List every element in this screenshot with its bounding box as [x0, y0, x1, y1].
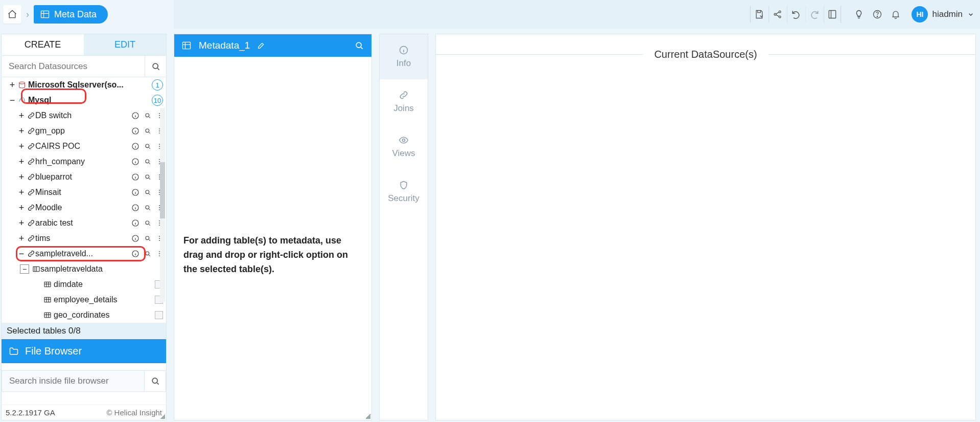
- brand-label: © Helical Insight: [107, 408, 162, 417]
- search-icon[interactable]: [144, 112, 152, 120]
- breadcrumb-metadata[interactable]: Meta Data: [34, 5, 108, 24]
- tab-views[interactable]: Views: [380, 124, 428, 169]
- table-row[interactable]: employee_details: [2, 292, 166, 307]
- search-icon[interactable]: [144, 188, 152, 196]
- expand-icon[interactable]: +: [16, 157, 27, 167]
- undo-icon[interactable]: [787, 6, 804, 23]
- info-icon[interactable]: [131, 142, 139, 150]
- save-icon[interactable]: [750, 6, 767, 23]
- info-icon[interactable]: [131, 158, 139, 166]
- selected-tables-label: Selected tables 0/8: [2, 323, 166, 339]
- edit-icon[interactable]: [257, 41, 265, 50]
- tree-scrollbar[interactable]: [160, 108, 165, 302]
- conn-row[interactable]: + gm_opp: [2, 123, 166, 139]
- table-label: geo_cordinates: [54, 310, 152, 320]
- tab-joins[interactable]: Joins: [380, 79, 428, 124]
- conn-row[interactable]: + arabic test: [2, 215, 166, 231]
- file-search-input[interactable]: [2, 371, 144, 391]
- info-icon[interactable]: [131, 173, 139, 181]
- info-icon[interactable]: [131, 250, 139, 258]
- help-icon[interactable]: [869, 6, 886, 23]
- tab-label: Views: [392, 148, 415, 159]
- link-icon: [27, 188, 35, 196]
- tab-label: Info: [396, 58, 411, 69]
- search-icon[interactable]: [144, 250, 152, 258]
- ds-row-mysql[interactable]: − Mysql 10: [2, 93, 166, 108]
- reference-icon[interactable]: [824, 6, 841, 23]
- table-checkbox[interactable]: [155, 311, 163, 319]
- collapse-icon[interactable]: −: [16, 249, 27, 259]
- info-icon[interactable]: [131, 204, 139, 212]
- search-icon[interactable]: [144, 371, 166, 391]
- schema-row[interactable]: − sampletraveldata: [2, 261, 166, 277]
- search-icon[interactable]: [354, 40, 364, 51]
- expand-icon[interactable]: +: [16, 233, 27, 244]
- conn-row[interactable]: + blueparrot: [2, 169, 166, 185]
- db-icon: [18, 81, 26, 89]
- expand-icon[interactable]: +: [16, 110, 27, 121]
- conn-row[interactable]: + Minsait: [2, 185, 166, 200]
- conn-row[interactable]: + CAIRS POC: [2, 139, 166, 154]
- conn-label: Minsait: [35, 188, 131, 197]
- tab-create[interactable]: CREATE: [2, 34, 84, 55]
- svg-point-7: [153, 63, 158, 69]
- info-icon[interactable]: [131, 127, 139, 135]
- collapse-icon[interactable]: −: [7, 95, 18, 106]
- expand-icon[interactable]: +: [16, 218, 27, 229]
- user-menu[interactable]: HI hiadmin: [905, 6, 975, 23]
- expand-icon[interactable]: +: [16, 203, 27, 213]
- conn-label: DB switch: [35, 111, 131, 120]
- search-icon[interactable]: [144, 234, 152, 242]
- search-icon[interactable]: [144, 173, 152, 181]
- file-browser-button[interactable]: File Browser: [2, 339, 166, 363]
- search-icon[interactable]: [144, 204, 152, 212]
- mysql-icon: [18, 96, 26, 104]
- breadcrumb-label: Meta Data: [54, 9, 97, 20]
- bell-icon[interactable]: [887, 6, 904, 23]
- breadcrumb: › Meta Data: [0, 0, 169, 29]
- info-icon[interactable]: [131, 188, 139, 196]
- svg-point-49: [146, 236, 149, 240]
- expand-icon[interactable]: +: [16, 172, 27, 183]
- conn-label: blueparrot: [35, 172, 131, 182]
- info-icon[interactable]: [131, 112, 139, 120]
- ds-row-sqlserver[interactable]: + Microsoft Sqlserver(so... 1: [2, 77, 166, 93]
- conn-row[interactable]: + DB switch: [2, 108, 166, 123]
- search-icon[interactable]: [144, 142, 152, 150]
- search-input[interactable]: [2, 56, 145, 77]
- ds-count-badge: 10: [152, 95, 163, 106]
- table-row[interactable]: geo_cordinates: [2, 307, 166, 323]
- share-icon[interactable]: [768, 6, 786, 23]
- resize-handle-icon[interactable]: [160, 414, 165, 419]
- collapse-square-icon[interactable]: −: [20, 264, 29, 274]
- conn-row-sampletravel[interactable]: − sampletraveld...: [2, 246, 166, 261]
- resize-handle-icon[interactable]: [365, 414, 370, 419]
- grid-icon: [181, 40, 192, 51]
- table-row[interactable]: dimdate: [2, 277, 166, 292]
- tab-edit[interactable]: EDIT: [84, 34, 166, 55]
- svg-rect-4: [829, 11, 836, 18]
- expand-icon[interactable]: +: [16, 141, 27, 152]
- svg-point-64: [356, 42, 361, 48]
- search-icon[interactable]: [145, 56, 166, 77]
- tab-info[interactable]: Info: [380, 34, 428, 79]
- svg-rect-61: [44, 313, 51, 317]
- info-icon[interactable]: [131, 234, 139, 242]
- home-icon[interactable]: [3, 5, 21, 24]
- expand-icon[interactable]: +: [7, 80, 18, 91]
- svg-point-44: [146, 221, 149, 225]
- lightbulb-icon[interactable]: [850, 6, 868, 23]
- conn-label: gm_opp: [35, 126, 131, 136]
- conn-row[interactable]: + tims: [2, 231, 166, 246]
- conn-row[interactable]: + hrh_company: [2, 154, 166, 169]
- info-icon[interactable]: [131, 219, 139, 227]
- expand-icon[interactable]: +: [16, 187, 27, 198]
- redo-icon[interactable]: [805, 6, 823, 23]
- expand-icon[interactable]: +: [16, 126, 27, 137]
- search-icon[interactable]: [144, 158, 152, 166]
- table-icon: [43, 280, 52, 288]
- conn-row[interactable]: + Moodle: [2, 200, 166, 215]
- tab-security[interactable]: Security: [380, 169, 428, 214]
- search-icon[interactable]: [144, 219, 152, 227]
- search-icon[interactable]: [144, 127, 152, 135]
